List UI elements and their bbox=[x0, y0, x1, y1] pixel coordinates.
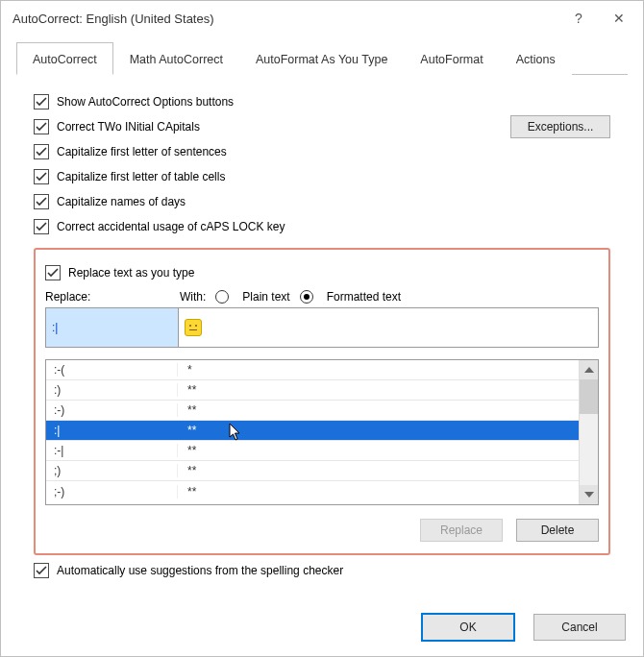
replace-button[interactable]: Replace bbox=[420, 519, 503, 542]
checkbox-cap-sentences[interactable] bbox=[34, 144, 49, 159]
tabstrip: AutoCorrect Math AutoCorrect AutoFormat … bbox=[16, 41, 628, 75]
replace-highlight-box: Replace text as you type Replace: With: … bbox=[34, 248, 610, 555]
list-row[interactable]: :-| ** bbox=[46, 441, 579, 461]
list-cell-replace: :-| bbox=[46, 444, 178, 457]
replace-list: :-( * :) ** :-) ** :| ** bbox=[45, 359, 599, 505]
row-caps-lock: Correct accidental usage of cAPS LOCK ke… bbox=[34, 215, 610, 238]
inputs-row bbox=[45, 307, 599, 348]
autocorrect-dialog: AutoCorrect: English (United States) ? ✕… bbox=[0, 0, 644, 657]
list-cell-with: ** bbox=[178, 485, 579, 499]
label-cap-days: Capitalize names of days bbox=[57, 195, 186, 208]
label-caps-lock: Correct accidental usage of cAPS LOCK ke… bbox=[57, 220, 285, 233]
autocorrect-panel: Show AutoCorrect Options buttons Correct… bbox=[16, 75, 628, 594]
list-row[interactable]: :) ** bbox=[46, 380, 579, 401]
list-cell-replace: :) bbox=[46, 383, 178, 397]
list-cell-replace: :-( bbox=[46, 363, 178, 377]
row-cap-days: Capitalize names of days bbox=[34, 190, 610, 213]
list-cell-replace: ;-) bbox=[46, 485, 178, 499]
list-cell-with: ** bbox=[178, 403, 579, 417]
checkbox-two-initial[interactable] bbox=[34, 119, 49, 134]
label-two-initial: Correct TWo INitial CApitals bbox=[57, 120, 200, 134]
tab-autocorrect[interactable]: AutoCorrect bbox=[16, 42, 113, 75]
label-plain-text: Plain text bbox=[242, 290, 289, 304]
list-cell-with: ** bbox=[178, 464, 579, 477]
row-show-options: Show AutoCorrect Options buttons bbox=[34, 90, 610, 113]
list-row[interactable]: ;-) ** bbox=[46, 481, 579, 501]
label-replace: Replace: bbox=[45, 290, 170, 304]
row-replace-as-type: Replace text as you type bbox=[45, 261, 599, 284]
scroll-track[interactable] bbox=[580, 414, 598, 485]
list-row[interactable]: :-) ** bbox=[46, 401, 579, 421]
row-two-initial: Correct TWo INitial CApitals Exceptions.… bbox=[34, 115, 610, 138]
close-button[interactable]: ✕ bbox=[599, 4, 639, 33]
titlebar: AutoCorrect: English (United States) ? ✕ bbox=[1, 1, 643, 36]
list-cell-with: ** bbox=[178, 383, 579, 397]
tab-actions[interactable]: Actions bbox=[500, 42, 572, 75]
radio-plain-text[interactable] bbox=[215, 290, 229, 304]
scroll-thumb[interactable] bbox=[580, 379, 598, 414]
label-show-options: Show AutoCorrect Options buttons bbox=[57, 95, 234, 109]
list-scrollbar[interactable] bbox=[579, 360, 598, 504]
dialog-footer: OK Cancel bbox=[422, 614, 626, 641]
list-row[interactable]: :-( * bbox=[46, 360, 579, 380]
label-formatted-text: Formatted text bbox=[327, 290, 401, 304]
tab-autoformat[interactable]: AutoFormat bbox=[404, 42, 499, 75]
list-row[interactable]: :| ** bbox=[46, 421, 579, 441]
tab-math-autocorrect[interactable]: Math AutoCorrect bbox=[113, 42, 239, 75]
replace-labels-row: Replace: With: Plain text Formatted text bbox=[45, 290, 599, 304]
checkbox-cap-days[interactable] bbox=[34, 194, 49, 209]
scroll-down-button[interactable] bbox=[580, 485, 598, 504]
list-row[interactable]: ;) ** bbox=[46, 461, 579, 481]
row-auto-suggest: Automatically use suggestions from the s… bbox=[34, 559, 610, 582]
replace-delete-row: Replace Delete bbox=[45, 519, 599, 542]
list-body[interactable]: :-( * :) ** :-) ** :| ** bbox=[46, 360, 579, 504]
replace-input[interactable] bbox=[46, 308, 178, 347]
content-area: AutoCorrect Math AutoCorrect AutoFormat … bbox=[1, 36, 643, 609]
list-cell-replace: :| bbox=[46, 424, 178, 437]
label-cap-sentences: Capitalize first letter of sentences bbox=[57, 145, 227, 158]
label-cap-cells: Capitalize first letter of table cells bbox=[57, 170, 225, 183]
list-cell-replace: ;) bbox=[46, 464, 178, 477]
checkbox-caps-lock[interactable] bbox=[34, 219, 49, 234]
checkbox-cap-cells[interactable] bbox=[34, 169, 49, 184]
row-cap-sentences: Capitalize first letter of sentences bbox=[34, 140, 610, 163]
help-button[interactable]: ? bbox=[558, 4, 599, 33]
list-cell-with: * bbox=[178, 363, 579, 377]
list-cell-with: ** bbox=[178, 424, 579, 437]
delete-button[interactable]: Delete bbox=[516, 519, 599, 542]
neutral-face-icon bbox=[185, 319, 202, 336]
radio-formatted-text[interactable] bbox=[300, 290, 313, 304]
label-auto-suggest: Automatically use suggestions from the s… bbox=[57, 564, 343, 577]
label-with: With: bbox=[180, 290, 206, 304]
checkbox-show-options[interactable] bbox=[34, 94, 49, 110]
with-input[interactable] bbox=[178, 308, 598, 347]
checkbox-auto-suggest[interactable] bbox=[34, 563, 49, 578]
label-replace-as-type: Replace text as you type bbox=[68, 266, 194, 280]
scroll-up-button[interactable] bbox=[580, 360, 598, 379]
cancel-button[interactable]: Cancel bbox=[533, 614, 626, 641]
row-cap-cells: Capitalize first letter of table cells bbox=[34, 165, 610, 188]
ok-button[interactable]: OK bbox=[422, 614, 514, 641]
exceptions-button[interactable]: Exceptions... bbox=[510, 115, 610, 138]
tab-autoformat-as-you-type[interactable]: AutoFormat As You Type bbox=[239, 42, 404, 75]
checkbox-replace-as-type[interactable] bbox=[45, 265, 61, 280]
list-cell-replace: :-) bbox=[46, 403, 178, 417]
window-title: AutoCorrect: English (United States) bbox=[12, 12, 558, 26]
list-cell-with: ** bbox=[178, 444, 579, 457]
